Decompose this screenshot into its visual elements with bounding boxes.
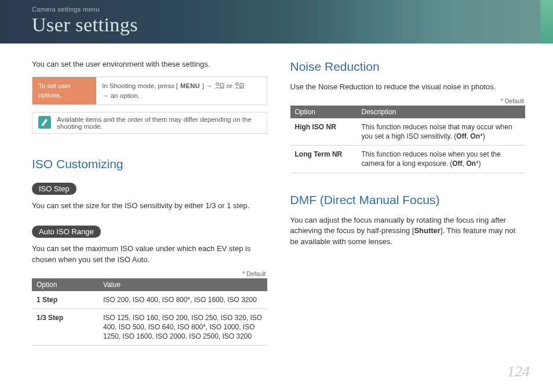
iso-step-text: You can set the size for the ISO sensiti… [32,201,267,212]
svg-text:2: 2 [241,84,243,88]
page-number: 124 [507,363,530,380]
dmf-shutter: Shutter [414,226,441,235]
iso-row1-k: 1/3 Step [32,308,99,346]
table-row: 1 Step ISO 200, ISO 400, ISO 800*, ISO 1… [32,291,267,309]
auto-iso-range-pill: Auto ISO Range [32,226,101,238]
table-row: High ISO NR This function reduces noise … [290,118,526,146]
note-icon [38,116,51,129]
nr-table-h0: Option [290,106,357,118]
nr-r0-off: Off [456,132,466,140]
user-settings-2-icon: 2 [235,82,244,89]
nr-r1-post: *) [476,159,481,168]
table-row: 1/3 Step ISO 125, ISO 160, ISO 200, ISO … [32,308,267,346]
nr-intro: Use the Noise Reduction to reduce the vi… [290,82,526,93]
note-text: Available items and the order of them ma… [57,116,261,130]
iso-row0-k: 1 Step [32,291,99,309]
dmf-heading: DMF (Direct Manual Focus) [290,193,526,207]
set-options-value: In Shooting mode, press [MENU] → 1 or 2 … [96,77,267,104]
iso-row1-v: ISO 125, ISO 160, ISO 200, ISO 250, ISO … [99,308,267,346]
gridbox-prefix: In Shooting mode, press [ [102,82,178,89]
intro-text: You can set the user environment with th… [32,60,267,68]
menu-button-label: MENU [180,82,200,89]
nr-r0-pre: This function reduces noise that may occ… [362,123,512,140]
nr-table-h1: Description [357,106,526,118]
gridbox-mid2: or [227,82,232,89]
nr-row1-v: This function reduces noise when you set… [357,146,526,173]
iso-table: Option Value 1 Step ISO 200, ISO 400, IS… [32,278,267,346]
default-note-right: * Default [292,97,525,104]
nr-row0-v: This function reduces noise that may occ… [357,118,526,146]
iso-customizing-heading: ISO Customizing [32,157,267,171]
nr-row1-k: Long Term NR [290,146,357,173]
user-settings-1-icon: 1 [215,82,224,89]
iso-row0-v: ISO 200, ISO 400, ISO 800*, ISO 1600, IS… [99,291,267,309]
set-options-label: To set user options, [32,77,96,104]
iso-table-h1: Value [99,278,267,291]
dmf-text: You can adjust the focus manually by rot… [290,215,526,248]
svg-text:1: 1 [221,84,223,88]
page-banner: Camera settings menu User settings [0,0,553,43]
nr-table: Option Description High ISO NR This func… [290,106,526,173]
breadcrumb: Camera settings menu [32,6,553,13]
content-area: You can set the user environment with th… [0,43,553,357]
iso-step-pill: ISO Step [32,183,77,195]
default-note-left: * Default [33,270,266,277]
set-options-box: To set user options, In Shooting mode, p… [32,77,267,105]
note-box: Available items and the order of them ma… [32,112,267,134]
nr-r0-on: On [470,132,480,140]
left-column: You can set the user environment with th… [32,60,267,346]
noise-reduction-heading: Noise Reduction [290,60,526,74]
nr-r1-off: Off [452,159,462,168]
svg-point-3 [235,82,238,85]
gridbox-suffix: → an option. [102,92,140,99]
nr-row0-k: High ISO NR [290,118,357,146]
right-column: Noise Reduction Use the Noise Reduction … [290,60,526,346]
table-row: Long Term NR This function reduces noise… [290,146,526,173]
page-title: User settings [32,14,553,36]
nr-r1-on: On [466,159,476,168]
nr-r0-post: *) [480,132,485,140]
iso-table-h0: Option [32,278,99,291]
svg-point-0 [216,82,219,85]
auto-iso-text: You can set the maximum ISO value under … [32,244,267,266]
gridbox-mid1: ] → [202,82,213,89]
